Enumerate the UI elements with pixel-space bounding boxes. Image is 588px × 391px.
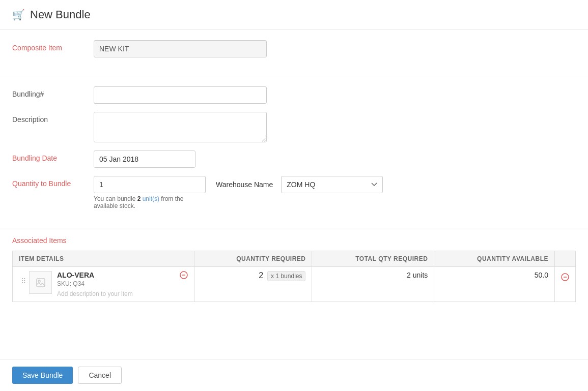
composite-item-label: Composite Item <box>12 40 94 52</box>
item-name: ALO-VERA <box>57 271 188 279</box>
stock-qty: 2 <box>137 195 141 202</box>
description-row: Description <box>12 112 576 142</box>
total-qty-header: TOTAL QTY REQUIRED <box>312 251 434 267</box>
remove-item-button[interactable] <box>180 271 188 281</box>
quantity-row: Quantity to Bundle You can bundle 2 unit… <box>12 176 576 209</box>
qty-available-value: 50.0 <box>535 271 548 279</box>
bundling-date-row: Bundling Date <box>12 151 576 168</box>
page-header: 🛒 New Bundle <box>0 0 588 30</box>
description-textarea[interactable] <box>94 112 267 142</box>
page-title: New Bundle <box>30 8 91 21</box>
bundles-badge: x 1 bundles <box>267 271 305 281</box>
description-label: Description <box>12 112 94 124</box>
quantity-required-cell: 2 x 1 bundles <box>194 267 312 302</box>
save-bundle-button[interactable]: Save Bundle <box>12 367 73 384</box>
quantity-section: You can bundle 2 unit(s) from the availa… <box>94 176 206 209</box>
associated-items-section: Associated Items ITEM DETAILS QUANTITY R… <box>0 228 588 310</box>
table-header-row: ITEM DETAILS QUANTITY REQUIRED TOTAL QTY… <box>13 251 576 267</box>
item-thumbnail <box>29 271 52 294</box>
total-qty-value: 2 units <box>407 271 428 279</box>
bundling-date-label: Bundling Date <box>12 151 94 162</box>
cancel-button[interactable]: Cancel <box>78 367 122 384</box>
composite-item-input[interactable] <box>94 40 267 57</box>
remove-row-button[interactable] <box>561 273 569 283</box>
quantity-input[interactable] <box>94 176 206 193</box>
svg-point-1 <box>38 280 40 282</box>
quantity-required-header: QUANTITY REQUIRED <box>194 251 312 267</box>
bundling-date-input[interactable] <box>94 151 195 168</box>
warehouse-label: Warehouse Name <box>216 181 273 189</box>
action-cell <box>555 267 576 302</box>
quantity-required-value: 2 <box>259 271 263 280</box>
composite-item-section: Composite Item <box>0 30 588 76</box>
associated-items-title: Associated Items <box>12 236 576 245</box>
item-details-header: ITEM DETAILS <box>13 251 194 267</box>
bundling-number-input[interactable] <box>94 86 267 104</box>
footer-bar: Save Bundle Cancel <box>0 359 588 391</box>
table-row: ⠿ ALO-VERA <box>13 267 576 302</box>
quantity-label: Quantity to Bundle <box>12 176 94 188</box>
svg-rect-0 <box>37 279 45 287</box>
action-header <box>555 251 576 267</box>
items-table: ITEM DETAILS QUANTITY REQUIRED TOTAL QTY… <box>12 251 576 302</box>
warehouse-select[interactable]: ZOM HQ Warehouse 2 Warehouse 3 <box>281 176 383 193</box>
stock-hint: You can bundle 2 unit(s) from the availa… <box>94 195 206 209</box>
item-details-cell: ⠿ ALO-VERA <box>13 267 194 302</box>
item-sku: SKU: Q34 <box>57 280 188 287</box>
total-qty-cell: 2 units <box>312 267 434 302</box>
stock-unit: unit(s) <box>143 195 159 202</box>
item-detail-inner: ALO-VERA SKU: Q34 Add description to you… <box>29 271 188 297</box>
item-description: Add description to your item <box>57 290 188 297</box>
warehouse-section: Warehouse Name ZOM HQ Warehouse 2 Wareho… <box>216 176 383 193</box>
qty-available-header: QUANTITY AVAILABLE <box>434 251 555 267</box>
item-info: ALO-VERA SKU: Q34 Add description to you… <box>57 271 188 297</box>
bundling-number-label: Bundling# <box>12 86 94 98</box>
composite-item-row: Composite Item <box>12 40 576 57</box>
bundle-icon: 🛒 <box>12 9 25 21</box>
bundling-details-section: Bundling# Description Bundling Date Quan… <box>0 76 588 228</box>
drag-handle-icon[interactable]: ⠿ <box>19 271 28 291</box>
qty-available-cell: 50.0 <box>434 267 555 302</box>
bundling-number-row: Bundling# <box>12 86 576 104</box>
